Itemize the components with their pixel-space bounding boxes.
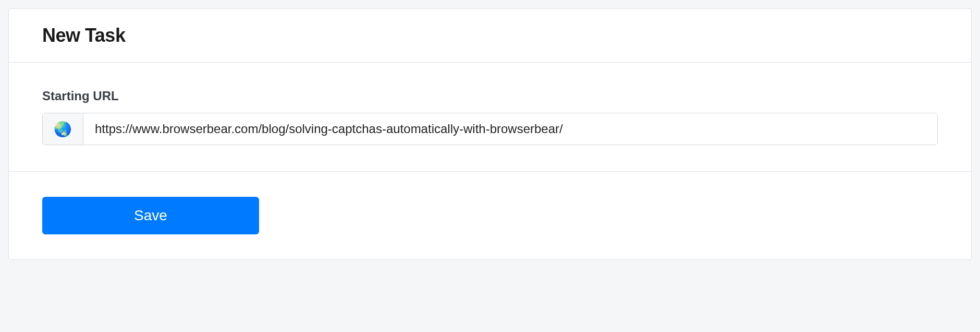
card-header: New Task: [9, 9, 971, 63]
starting-url-label: Starting URL: [42, 89, 938, 103]
page-title: New Task: [42, 25, 938, 46]
card-footer: Save: [9, 172, 971, 259]
globe-icon: 🌏: [43, 113, 83, 145]
card-body: Starting URL 🌏: [9, 63, 971, 172]
save-button[interactable]: Save: [42, 197, 259, 234]
starting-url-input[interactable]: [83, 113, 937, 145]
new-task-card: New Task Starting URL 🌏 Save: [8, 8, 972, 260]
url-input-group: 🌏: [42, 113, 938, 145]
